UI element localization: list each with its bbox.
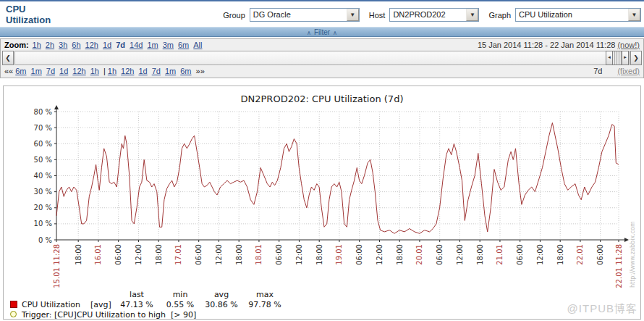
x-tick-label: 18:00 bbox=[75, 244, 82, 265]
x-tick-label: 18:00 bbox=[155, 244, 163, 265]
page-title: CPU Utilization bbox=[6, 4, 65, 26]
move-back-1d[interactable]: 1d bbox=[59, 67, 68, 75]
scroll-right-button[interactable]: ❯ bbox=[630, 51, 642, 65]
filter-toggle-label: Filter bbox=[314, 28, 330, 36]
cpu-utilization-chart[interactable]: 0 %10 %20 %30 %40 %50 %60 %70 %80 %15.01… bbox=[4, 105, 642, 292]
zoom-option-all[interactable]: All bbox=[193, 41, 202, 49]
group-label: Group bbox=[217, 11, 246, 20]
dropdown-arrow-icon[interactable]: ▼ bbox=[347, 9, 359, 21]
thumb-right-arrow-icon[interactable]: ▸ bbox=[622, 51, 629, 65]
move-forward-1d[interactable]: 1d bbox=[138, 67, 147, 75]
move-back-7d[interactable]: 7d bbox=[46, 67, 55, 75]
page-header: CPU Utilization Group DG Oracle ▼ Host D… bbox=[0, 1, 644, 25]
trigger-name: Trigger: [CPU]CPU Utilization to high bbox=[22, 310, 166, 320]
zoom-option-6h[interactable]: 6h bbox=[72, 41, 80, 49]
x-tick-label: 19.01 bbox=[335, 244, 343, 265]
y-tick-label: 0 % bbox=[38, 236, 52, 244]
graph-select[interactable]: CPU Utilization ▼ bbox=[515, 8, 641, 22]
move-back-12h[interactable]: 12h bbox=[72, 67, 85, 75]
x-tick-label: 17.01 bbox=[174, 244, 182, 265]
x-tick-label: 12:00 bbox=[215, 244, 223, 265]
graph-selectors: Group DG Oracle ▼ Host DN2PROD202 ▼ Grap… bbox=[217, 4, 641, 22]
itpub-watermark: @ITPUB博客 bbox=[567, 302, 637, 316]
trigger-marker-icon bbox=[10, 311, 17, 317]
zoom-option-1m[interactable]: 1m bbox=[147, 41, 158, 49]
x-tick-label: 06:00 bbox=[195, 244, 203, 265]
scrollbar-track[interactable]: ◂ ▸ bbox=[14, 51, 630, 65]
zabbix-graph-page: CPU Utilization Group DG Oracle ▼ Host D… bbox=[0, 0, 644, 321]
x-tick-label: 22.01 bbox=[576, 244, 584, 265]
cpu-utilization-line bbox=[56, 123, 619, 234]
series-func: [avg] bbox=[90, 300, 111, 309]
move-back-1h[interactable]: 1h bbox=[90, 67, 99, 75]
x-tick-label: 18.01 bbox=[255, 244, 263, 265]
zoom-option-12h[interactable]: 12h bbox=[85, 41, 98, 49]
host-label: Host bbox=[363, 11, 386, 20]
zoom-option-14d[interactable]: 14d bbox=[130, 41, 143, 49]
zoom-option-2h[interactable]: 2h bbox=[46, 41, 54, 49]
graph-container: DN2PROD202: CPU Utilization (7d) 0 %10 %… bbox=[3, 86, 641, 320]
forward-icon[interactable]: »» bbox=[196, 67, 205, 75]
dropdown-arrow-icon[interactable]: ▼ bbox=[466, 9, 478, 21]
scrollbar-thumb[interactable]: ◂ ▸ bbox=[606, 51, 629, 65]
zoom-label: Zoom: bbox=[4, 41, 29, 49]
group-select-value: DG Oracle bbox=[250, 9, 294, 21]
legend-col-last: last bbox=[116, 290, 158, 299]
series-max-value: 97.78 % bbox=[244, 300, 286, 309]
thumb-left-arrow-icon[interactable]: ◂ bbox=[606, 51, 613, 65]
zoom-option-1d[interactable]: 1d bbox=[103, 41, 111, 49]
zoom-option-1h[interactable]: 1h bbox=[33, 41, 41, 49]
y-tick-label: 80 % bbox=[34, 108, 52, 116]
x-tick-label: 12:00 bbox=[295, 244, 303, 265]
date-separator: - bbox=[545, 41, 548, 49]
zabbix-url-watermark: http://www.zabbix.com bbox=[630, 221, 636, 288]
scroll-left-button[interactable]: ❮ bbox=[2, 51, 14, 65]
move-back-1m[interactable]: 1m bbox=[31, 67, 42, 75]
x-tick-label: 06:00 bbox=[516, 244, 524, 265]
collapse-up-icon: ∧ bbox=[330, 30, 340, 36]
y-tick-label: 60 % bbox=[34, 140, 52, 148]
series-last-value: 47.13 % bbox=[116, 300, 158, 309]
move-links: ««6m1m7d1d12h1h |1h12h1d7d1m6m »» bbox=[4, 67, 205, 75]
x-tick-label: 06:00 bbox=[114, 244, 122, 265]
move-row: ««6m1m7d1d12h1h |1h12h1d7d1m6m »» 7d (fi… bbox=[2, 66, 642, 76]
x-axis-arrow-icon bbox=[624, 238, 629, 242]
date-range: 15 Jan 2014 11:28 - 22 Jan 2014 11:28 (n… bbox=[478, 41, 640, 49]
move-back-6m[interactable]: 6m bbox=[15, 67, 26, 75]
y-tick-label: 70 % bbox=[34, 124, 52, 132]
time-scrollbar: ❮ ◂ ▸ ❯ bbox=[2, 51, 642, 65]
move-forward-12h[interactable]: 12h bbox=[121, 67, 134, 75]
fixed-link[interactable]: (fixed) bbox=[617, 67, 640, 75]
y-tick-label: 40 % bbox=[34, 172, 52, 180]
x-tick-label: 20.01 bbox=[415, 244, 423, 265]
move-forward-1h[interactable]: 1h bbox=[108, 67, 116, 75]
x-tick-label: 18:00 bbox=[556, 244, 564, 265]
dropdown-arrow-icon[interactable]: ▼ bbox=[628, 9, 640, 21]
move-forward-1m[interactable]: 1m bbox=[165, 67, 176, 75]
move-forward-7d[interactable]: 7d bbox=[152, 67, 161, 75]
x-tick-label: 22.01 11:28 bbox=[615, 244, 623, 288]
thumb-grip-icon[interactable] bbox=[613, 51, 622, 65]
move-forward-6m[interactable]: 6m bbox=[180, 67, 191, 75]
y-axis-arrow-icon bbox=[54, 105, 59, 109]
x-tick-label: 18:00 bbox=[235, 244, 243, 265]
zoom-option-3m[interactable]: 3m bbox=[163, 41, 174, 49]
x-tick-label: 15.01 11:28 bbox=[53, 244, 61, 288]
x-tick-label: 06:00 bbox=[275, 244, 283, 265]
series-color-swatch bbox=[10, 301, 17, 308]
now-link[interactable]: (now!) bbox=[617, 41, 640, 49]
group-select[interactable]: DG Oracle ▼ bbox=[250, 8, 360, 22]
y-tick-label: 30 % bbox=[34, 188, 52, 196]
zoom-links: Zoom:1h2h3h6h12h1d7d14d1m3m6mAll bbox=[4, 41, 205, 49]
zoom-option-3h[interactable]: 3h bbox=[59, 41, 67, 49]
date-to: 22 Jan 2014 11:28 bbox=[550, 41, 615, 49]
filter-toggle-bar[interactable]: ∧Filter∧ bbox=[0, 27, 644, 37]
date-from: 15 Jan 2014 11:28 bbox=[478, 41, 543, 49]
host-select[interactable]: DN2PROD202 ▼ bbox=[389, 8, 479, 22]
y-tick-label: 50 % bbox=[34, 156, 52, 164]
zoom-option-6m[interactable]: 6m bbox=[178, 41, 189, 49]
trigger-condition: [> 90] bbox=[171, 310, 196, 320]
chart-title: DN2PROD202: CPU Utilization (7d) bbox=[4, 93, 640, 104]
rewind-icon[interactable]: «« bbox=[4, 67, 13, 75]
zoom-option-7d[interactable]: 7d bbox=[116, 41, 125, 49]
